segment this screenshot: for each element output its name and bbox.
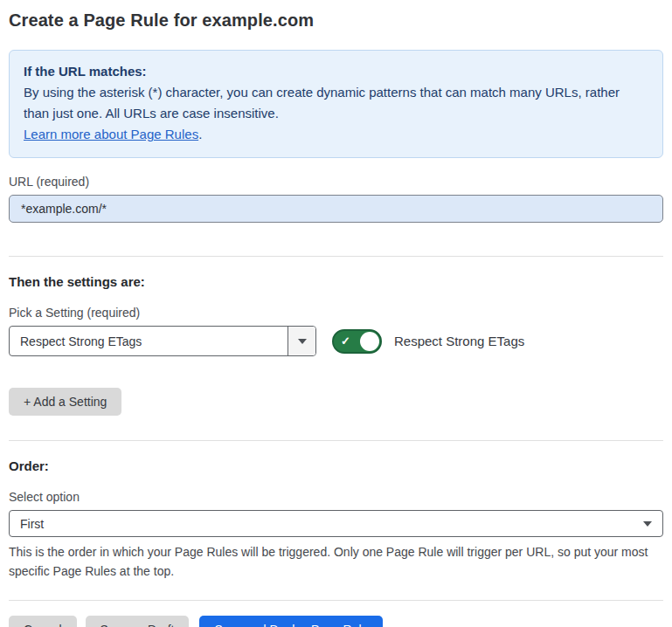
order-select[interactable]: First bbox=[9, 510, 663, 537]
save-draft-button[interactable]: Save as Draft bbox=[86, 616, 190, 627]
chevron-down-icon bbox=[298, 339, 307, 344]
learn-more-link[interactable]: Learn more about Page Rules bbox=[24, 127, 198, 141]
setting-select-arrow-button[interactable] bbox=[288, 327, 315, 355]
save-deploy-button[interactable]: Save and Deploy Page Rule bbox=[199, 616, 383, 627]
setting-toggle-label: Respect Strong ETags bbox=[394, 334, 524, 348]
order-help-text: This is the order in which your Page Rul… bbox=[9, 542, 663, 581]
url-match-info-box: If the URL matches: By using the asteris… bbox=[9, 50, 663, 158]
section-divider bbox=[9, 440, 663, 441]
pick-setting-label: Pick a Setting (required) bbox=[9, 306, 663, 320]
info-box-link-line: Learn more about Page Rules. bbox=[24, 124, 648, 145]
add-setting-button[interactable]: + Add a Setting bbox=[9, 388, 121, 416]
setting-select[interactable]: Respect Strong ETags bbox=[9, 326, 316, 356]
chevron-down-icon bbox=[643, 521, 652, 527]
section-divider bbox=[9, 256, 663, 257]
url-input[interactable] bbox=[9, 195, 663, 223]
toggle-knob bbox=[360, 332, 379, 351]
order-section-heading: Order: bbox=[9, 458, 663, 473]
cancel-button[interactable]: Cancel bbox=[9, 616, 77, 627]
setting-select-value: Respect Strong ETags bbox=[10, 327, 288, 355]
url-field-label: URL (required) bbox=[9, 175, 663, 189]
check-icon: ✓ bbox=[341, 334, 350, 348]
link-suffix: . bbox=[198, 127, 202, 141]
page-title: Create a Page Rule for example.com bbox=[9, 10, 663, 31]
footer-divider bbox=[9, 600, 663, 601]
info-box-body: By using the asterisk (*) character, you… bbox=[24, 82, 648, 124]
info-box-heading: If the URL matches: bbox=[24, 61, 648, 82]
setting-toggle-group: ✓ Respect Strong ETags bbox=[332, 329, 524, 354]
settings-section-heading: Then the settings are: bbox=[9, 274, 663, 289]
order-select-label: Select option bbox=[9, 490, 663, 504]
footer-actions: Cancel Save as Draft Save and Deploy Pag… bbox=[9, 616, 663, 627]
setting-row: Respect Strong ETags ✓ Respect Strong ET… bbox=[9, 326, 663, 356]
setting-toggle[interactable]: ✓ bbox=[332, 329, 382, 354]
order-select-value: First bbox=[20, 517, 643, 531]
